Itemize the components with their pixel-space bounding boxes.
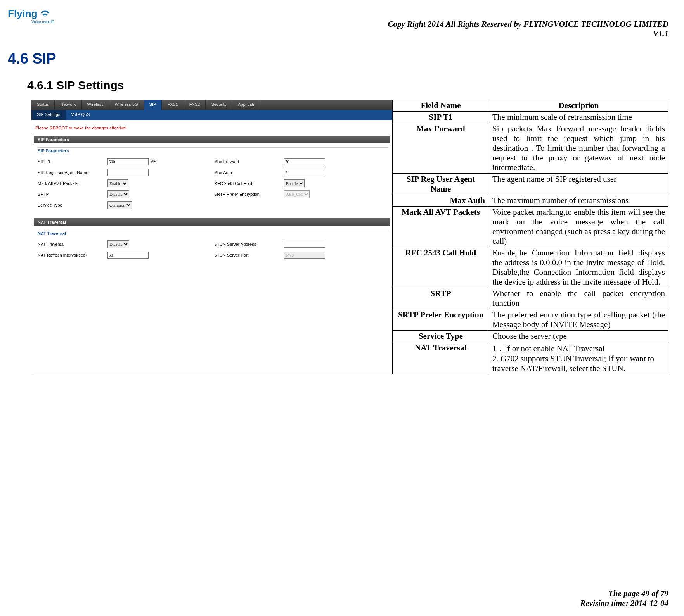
copyright: Copy Right 2014 All Rights Reserved by F… [388,19,668,29]
label-srtp: SRTP [35,192,107,197]
input-max-forward[interactable] [284,158,325,165]
fd-mark-avt: Voice packet marking,to enable this item… [489,207,668,247]
fn-srtp-enc: SRTP Prefer Encryption [393,309,489,331]
label-rfc2543: RFC 2543 Call Hold [212,181,284,186]
suffix-ms: MS [150,159,157,164]
nat-traversal-legend: NAT Traversal [38,230,388,236]
page-footer: The page 49 of 79 Revision time: 2014-12… [580,589,668,608]
fn-max-forward: Max Forward [393,123,489,174]
sub-tabs: SIP Settings VoIP QoS [31,110,392,120]
fd-nat-traversal: 1．If or not enable NAT Traversal 2. G702… [489,342,668,374]
tab-wireless[interactable]: Wireless [82,100,109,110]
logo-tagline: Voice over IP [8,20,54,24]
col-field-name: Field Name [393,100,489,112]
tab-security[interactable]: Security [206,100,232,110]
version: V1.1 [388,29,668,39]
input-stun-addr[interactable] [284,241,325,248]
select-srtp[interactable]: Disable [107,190,129,198]
fd-srtp: Whether to enable the call packet encryp… [489,288,668,309]
label-sip-reg-ua: SIP Reg User Agent Name [35,170,107,175]
select-rfc2543[interactable]: Enable [284,179,305,187]
main-tabs: Status Network Wireless Wireless 5G SIP … [31,100,392,110]
panel-header-sip: SIP Parameters [34,136,390,143]
tab-fxs2[interactable]: FXS2 [184,100,206,110]
label-mark-avt: Mark All AVT Packets [35,181,107,186]
fn-service-type: Service Type [393,331,489,342]
heading-1: 4.6 SIP [8,50,668,67]
label-max-auth: Max Auth [212,170,284,175]
fd-sip-t1: The minimum scale of retransmission time [489,112,668,123]
subtab-sip-settings[interactable]: SIP Settings [31,110,66,120]
fn-sip-t1: SIP T1 [393,112,489,123]
select-mark-avt[interactable]: Enable [107,179,128,187]
fd-max-auth: The maximum number of retransmissions [489,195,668,207]
tab-fxs1[interactable]: FXS1 [162,100,184,110]
fn-rfc2543: RFC 2543 Call Hold [393,247,489,288]
fd-rfc2543: Enable,the Connection Information field … [489,247,668,288]
fn-nat-traversal: NAT Traversal [393,342,489,374]
input-nat-refresh[interactable] [107,252,149,259]
sip-parameters-panel: SIP Parameters SIP T1MS Max Forward SIP … [35,147,388,211]
tab-application[interactable]: Applicati [232,100,260,110]
input-sip-reg-ua[interactable] [107,169,149,176]
label-service-type: Service Type [35,203,107,207]
label-stun-port: STUN Server Port [212,253,284,257]
fd-service-type: Choose the server type [489,331,668,342]
fn-sip-reg-ua: SIP Reg User Agent Name [393,174,489,195]
fn-srtp: SRTP [393,288,489,309]
panel-header-nat: NAT Traversal [34,218,390,226]
fn-mark-avt: Mark All AVT Packets [393,207,489,247]
tab-wireless5g[interactable]: Wireless 5G [109,100,144,110]
logo: Flying Voice over IP [8,8,54,24]
label-nat-traversal: NAT Traversal [35,242,107,247]
description-column: Field NameDescription SIP T1The minimum … [393,100,668,374]
heading-2: 4.6.1 SIP Settings [27,79,668,92]
screenshot-column: Status Network Wireless Wireless 5G SIP … [31,100,393,374]
router-ui-screenshot: Status Network Wireless Wireless 5G SIP … [31,100,392,261]
page-number: The page 49 of 79 [580,589,668,599]
input-max-auth[interactable] [284,169,325,176]
fd-max-forward: Sip packets Max Forward message header f… [489,123,668,174]
fn-max-auth: Max Auth [393,195,489,207]
content-grid: Status Network Wireless Wireless 5G SIP … [31,100,668,374]
page-header: Flying Voice over IP Copy Right 2014 All… [8,8,668,39]
field-description-table: Field NameDescription SIP T1The minimum … [393,100,668,374]
tab-status[interactable]: Status [31,100,55,110]
label-srtp-enc: SRTP Prefer Encryption [212,192,284,197]
fd-sip-reg-ua: The agent name of SIP registered user [489,174,668,195]
tab-network[interactable]: Network [55,100,81,110]
label-sip-t1: SIP T1 [35,159,107,164]
label-nat-refresh: NAT Refresh Interval(sec) [35,253,107,257]
subtab-voip-qos[interactable]: VoIP QoS [66,110,95,120]
input-sip-t1[interactable] [107,158,149,165]
document-page: Flying Voice over IP Copy Right 2014 All… [0,0,684,616]
label-stun-addr: STUN Server Address [212,242,284,247]
wifi-icon [39,8,51,20]
input-stun-port[interactable] [284,252,325,259]
nat-traversal-panel: NAT Traversal NAT TraversalDisable STUN … [35,230,388,261]
fd-srtp-enc: The preferred encryption type of calling… [489,309,668,331]
col-description: Description [489,100,668,112]
select-srtp-enc[interactable]: AES_CM [284,190,310,198]
select-service-type[interactable]: Common [107,201,132,209]
label-max-forward: Max Forward [212,159,284,164]
reboot-warning: Please REBOOT to make the changes effect… [31,120,392,136]
tab-sip[interactable]: SIP [144,100,162,110]
sip-parameters-legend: SIP Parameters [38,147,388,153]
revision-time: Revision time: 2014-12-04 [580,599,668,608]
logo-text: Flying [8,8,38,20]
select-nat-traversal[interactable]: Disable [107,240,129,248]
